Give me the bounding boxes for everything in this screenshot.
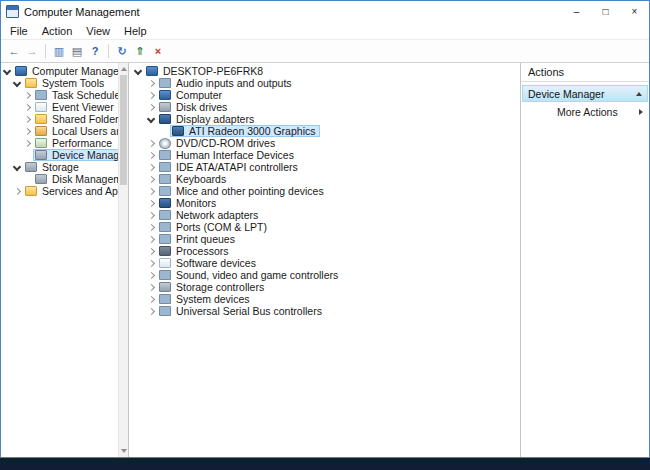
expand-chevron-icon[interactable] <box>22 126 33 137</box>
item-body[interactable]: Computer Management (Local <box>13 65 118 77</box>
collapse-chevron-icon[interactable] <box>2 66 13 77</box>
device-item-desktop-pe6frk8[interactable]: DESKTOP-PE6FRK8 <box>133 65 520 77</box>
console-item-shared-folders[interactable]: Shared Folders <box>2 113 118 125</box>
item-body[interactable]: Storage controllers <box>157 281 269 293</box>
menu-view[interactable]: View <box>79 24 117 38</box>
device-item-audio-inputs-and-outputs[interactable]: Audio inputs and outputs <box>133 77 520 89</box>
collapse-chevron-icon[interactable] <box>12 78 23 89</box>
collapse-section-icon[interactable] <box>636 92 642 96</box>
expand-chevron-icon[interactable] <box>12 186 23 197</box>
console-item-system-tools[interactable]: System Tools <box>2 77 118 89</box>
item-body[interactable]: Monitors <box>157 197 221 209</box>
uninstall-device-button[interactable]: × <box>149 42 167 60</box>
expand-chevron-icon[interactable] <box>146 174 157 185</box>
console-item-device-manager[interactable]: Device Manager <box>2 149 118 161</box>
item-body[interactable]: Shared Folders <box>33 113 118 125</box>
scroll-up-icon[interactable] <box>121 67 127 71</box>
expand-chevron-icon[interactable] <box>146 198 157 209</box>
item-body[interactable]: Local Users and Groups <box>33 125 118 137</box>
item-body[interactable]: System devices <box>157 293 255 305</box>
expand-chevron-icon[interactable] <box>146 138 157 149</box>
expand-chevron-icon[interactable] <box>146 150 157 161</box>
expand-chevron-icon[interactable] <box>146 258 157 269</box>
item-body[interactable]: Print queues <box>157 233 240 245</box>
expand-chevron-icon[interactable] <box>146 282 157 293</box>
console-item-services-and-applications[interactable]: Services and Applications <box>2 185 118 197</box>
item-body[interactable]: IDE ATA/ATAPI controllers <box>157 161 303 173</box>
scroll-down-icon[interactable] <box>121 449 127 453</box>
device-item-software-devices[interactable]: Software devices <box>133 257 520 269</box>
device-item-ports-com-lpt[interactable]: Ports (COM & LPT) <box>133 221 520 233</box>
selected-item[interactable]: Device Manager <box>33 149 118 161</box>
device-item-ide-ata-atapi-controllers[interactable]: IDE ATA/ATAPI controllers <box>133 161 520 173</box>
device-item-ati-radeon-3000-graphics[interactable]: ATI Radeon 3000 Graphics <box>133 125 520 137</box>
item-body[interactable]: Keyboards <box>157 173 231 185</box>
device-item-storage-controllers[interactable]: Storage controllers <box>133 281 520 293</box>
device-item-sound-video-and-game-controllers[interactable]: Sound, video and game controllers <box>133 269 520 281</box>
device-item-display-adapters[interactable]: Display adapters <box>133 113 520 125</box>
back-button[interactable]: ← <box>5 42 23 60</box>
item-body[interactable]: Human Interface Devices <box>157 149 299 161</box>
expand-chevron-icon[interactable] <box>146 270 157 281</box>
properties-button[interactable]: ▤ <box>68 42 86 60</box>
item-body[interactable]: Audio inputs and outputs <box>157 77 297 89</box>
item-body[interactable]: Services and Applications <box>23 185 118 197</box>
device-item-human-interface-devices[interactable]: Human Interface Devices <box>133 149 520 161</box>
console-item-local-users-and-groups[interactable]: Local Users and Groups <box>2 125 118 137</box>
expand-chevron-icon[interactable] <box>146 210 157 221</box>
item-body[interactable]: Event Viewer <box>33 101 118 113</box>
expand-chevron-icon[interactable] <box>146 78 157 89</box>
item-body[interactable]: Ports (COM & LPT) <box>157 221 272 233</box>
expand-chevron-icon[interactable] <box>146 222 157 233</box>
device-item-network-adapters[interactable]: Network adapters <box>133 209 520 221</box>
device-item-disk-drives[interactable]: Disk drives <box>133 101 520 113</box>
expand-chevron-icon[interactable] <box>146 90 157 101</box>
item-body[interactable]: Storage <box>23 161 84 173</box>
menu-action[interactable]: Action <box>35 24 80 38</box>
expand-chevron-icon[interactable] <box>22 138 33 149</box>
update-driver-button[interactable]: ⇑ <box>131 42 149 60</box>
item-body[interactable]: Sound, video and game controllers <box>157 269 343 281</box>
item-body[interactable]: Disk Management <box>33 173 118 185</box>
device-item-mice-and-other-pointing-devices[interactable]: Mice and other pointing devices <box>133 185 520 197</box>
expand-chevron-icon[interactable] <box>146 186 157 197</box>
expand-chevron-icon[interactable] <box>146 102 157 113</box>
console-tree-scrollbar[interactable] <box>118 63 128 457</box>
maximize-button[interactable]: □ <box>591 1 620 22</box>
device-item-print-queues[interactable]: Print queues <box>133 233 520 245</box>
item-body[interactable]: Task Scheduler <box>33 89 118 101</box>
scrollbar-thumb[interactable] <box>120 75 127 185</box>
item-body[interactable]: Disk drives <box>157 101 232 113</box>
scan-hardware-changes-button[interactable]: ↻ <box>113 42 131 60</box>
device-item-computer[interactable]: Computer <box>133 89 520 101</box>
item-body[interactable]: Computer <box>157 89 227 101</box>
forward-button[interactable]: → <box>23 42 41 60</box>
item-body[interactable]: System Tools <box>23 77 109 89</box>
actions-device-manager-section[interactable]: Device Manager <box>522 85 648 102</box>
collapse-chevron-icon[interactable] <box>12 162 23 173</box>
close-button[interactable]: × <box>620 1 649 22</box>
expand-chevron-icon[interactable] <box>146 306 157 317</box>
expand-chevron-icon[interactable] <box>146 234 157 245</box>
expand-chevron-icon[interactable] <box>146 246 157 257</box>
expand-chevron-icon[interactable] <box>22 114 33 125</box>
console-item-storage[interactable]: Storage <box>2 161 118 173</box>
device-item-dvd-cd-rom-drives[interactable]: DVD/CD-ROM drives <box>133 137 520 149</box>
expand-chevron-icon[interactable] <box>22 102 33 113</box>
menu-help[interactable]: Help <box>117 24 154 38</box>
item-body[interactable]: Processors <box>157 245 234 257</box>
expand-chevron-icon[interactable] <box>146 294 157 305</box>
console-item-performance[interactable]: Performance <box>2 137 118 149</box>
device-item-universal-serial-bus-controllers[interactable]: Universal Serial Bus controllers <box>133 305 520 317</box>
minimize-button[interactable]: – <box>562 1 591 22</box>
item-body[interactable]: Display adapters <box>157 113 259 125</box>
console-item-computer-management-local[interactable]: Computer Management (Local <box>2 65 118 77</box>
selected-item[interactable]: ATI Radeon 3000 Graphics <box>170 125 320 137</box>
device-item-keyboards[interactable]: Keyboards <box>133 173 520 185</box>
device-item-system-devices[interactable]: System devices <box>133 293 520 305</box>
menu-file[interactable]: File <box>3 24 35 38</box>
console-item-disk-management[interactable]: Disk Management <box>2 173 118 185</box>
more-actions[interactable]: More Actions <box>521 104 649 120</box>
console-item-task-scheduler[interactable]: Task Scheduler <box>2 89 118 101</box>
item-body[interactable]: DVD/CD-ROM drives <box>157 137 280 149</box>
